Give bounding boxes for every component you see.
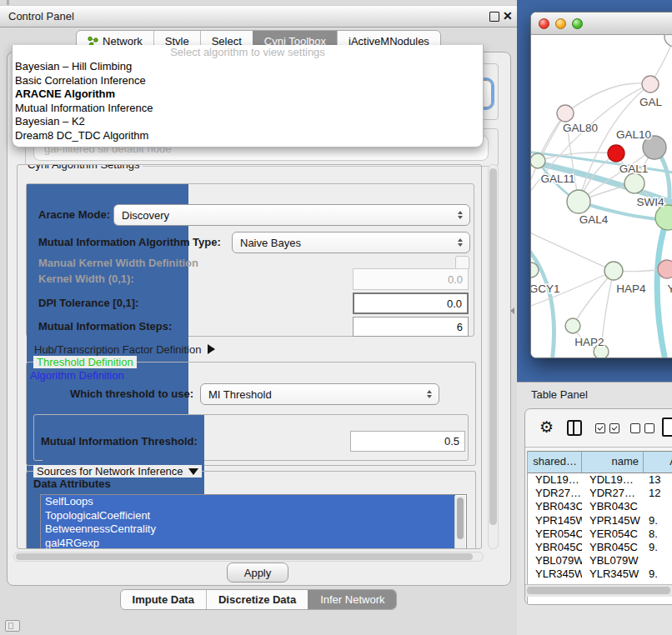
network-window-titlebar xyxy=(531,12,672,35)
column-header-name[interactable]: name xyxy=(582,452,644,472)
node-label-gal11: GAL11 xyxy=(540,172,574,185)
cell: YBL079W xyxy=(528,554,582,568)
attributes-scrollbar[interactable] xyxy=(454,496,465,549)
settings-horizontal-scrollbar-thumb[interactable] xyxy=(16,553,473,560)
close-window-button[interactable] xyxy=(539,18,549,29)
column-header-shared[interactable]: shared… xyxy=(528,452,582,472)
deselect-all-columns-icon[interactable] xyxy=(630,423,654,433)
combo-arrows-icon xyxy=(458,211,463,219)
algorithm-option-basic-correlation-inference[interactable]: Basic Correlation Inference xyxy=(13,74,483,88)
mi-steps-field[interactable]: 6 xyxy=(353,317,469,337)
hub-definition-label: Hub/Transcription Factor Definition xyxy=(34,343,201,356)
node-gal-partial[interactable] xyxy=(642,76,659,92)
mi-algorithm-type-label: Mutual Information Algorithm Type: xyxy=(38,232,221,253)
node-gal11[interactable] xyxy=(531,153,545,168)
algorithm-option-bayesian-k2[interactable]: Bayesian – K2 xyxy=(13,115,483,129)
apply-button[interactable]: Apply xyxy=(227,562,288,582)
cell: 9. xyxy=(644,568,672,581)
columns-icon[interactable] xyxy=(567,420,582,436)
settings-vertical-scrollbar-thumb[interactable] xyxy=(489,168,497,525)
node[interactable] xyxy=(664,35,672,47)
collapse-down-icon[interactable] xyxy=(188,468,198,475)
expand-right-icon xyxy=(208,344,215,354)
node-hap4[interactable] xyxy=(604,262,623,280)
cell: YPR145W xyxy=(528,514,582,528)
table-row-ybr043c[interactable]: YBR043CYBR043C xyxy=(528,500,672,513)
algorithm-definition-group: Algorithm Definition Aracne Mode: Discov… xyxy=(26,183,474,337)
kernel-width-label: Kernel Width (0,1): xyxy=(38,268,134,290)
float-window-button[interactable] xyxy=(489,12,499,22)
node-red[interactable] xyxy=(608,145,624,162)
node-gal1[interactable] xyxy=(624,173,644,193)
attributes-scrollbar-thumb[interactable] xyxy=(457,498,464,539)
node-label-gal: GAL xyxy=(639,96,663,108)
combo-arrows-icon xyxy=(427,390,432,398)
table-header-row: shared…nameA xyxy=(528,451,672,473)
table-row-ydr27[interactable]: YDR27…YDR27…12 xyxy=(528,487,672,500)
cell: YBR045C xyxy=(582,541,644,554)
node-y-partial[interactable] xyxy=(658,260,672,278)
table-toolbar: ⚙ xyxy=(525,409,672,448)
cell: 12 xyxy=(644,487,672,500)
cell: YDL19… xyxy=(582,473,644,487)
cytoscape-screen: Control Panel ✕ NetworkStyleSelectCyni T… xyxy=(0,0,672,635)
table-row-ydl19[interactable]: YDL19…YDL19…13 xyxy=(528,473,672,487)
settings-horizontal-scrollbar[interactable] xyxy=(13,552,484,562)
node-label-gal4: GAL4 xyxy=(579,213,609,226)
algorithm-option-aracne-algorithm[interactable]: ARACNE Algorithm xyxy=(13,88,483,102)
kernel-width-field[interactable]: 0.0 xyxy=(353,268,469,290)
zoom-window-button[interactable] xyxy=(572,18,583,29)
table-row-yer054c[interactable]: YER054CYER054C8. xyxy=(528,528,672,541)
node-label-hap2: HAP2 xyxy=(574,336,604,348)
gear-icon[interactable]: ⚙ xyxy=(539,418,554,438)
attribute-item-betweennesscentrality[interactable]: BetweennessCentrality xyxy=(41,522,455,537)
node-gal80[interactable] xyxy=(557,105,574,122)
node-label-hap4: HAP4 xyxy=(616,282,646,295)
mi-algorithm-type-combo[interactable]: Naive Bayes xyxy=(232,232,470,253)
sources-title-text: Sources for Network Inference xyxy=(37,465,183,478)
mi-threshold-definition-group: MI Threshold Definition Mutual Informati… xyxy=(33,414,469,461)
mi-threshold-field[interactable]: 0.5 xyxy=(350,431,465,452)
attribute-item-gal4rgexp[interactable]: gal4RGexp xyxy=(41,537,455,550)
new-table-icon[interactable] xyxy=(662,418,672,437)
tab-impute-data[interactable]: Impute Data xyxy=(121,590,206,609)
hub-definition-expander[interactable]: Hub/Transcription Factor Definition xyxy=(34,341,215,358)
mi-threshold-label: Mutual Information Threshold: xyxy=(41,431,198,452)
close-panel-button[interactable]: ✕ xyxy=(503,6,513,27)
dpi-tolerance-field[interactable]: 0.0 xyxy=(353,292,469,314)
aracne-mode-combo[interactable]: Discovery xyxy=(113,204,470,226)
algorithm-option-mutual-information-inference[interactable]: Mutual Information Inference xyxy=(13,102,483,116)
aracne-mode-value: Discovery xyxy=(122,209,169,222)
splitter-collapse-arrow-icon[interactable] xyxy=(510,308,514,314)
table-horizontal-scrollbar-thumb[interactable] xyxy=(527,587,670,594)
cell xyxy=(644,554,672,568)
collapsed-panel-icon[interactable] xyxy=(5,620,20,632)
cell: YBR043C xyxy=(582,500,644,513)
node-swi4[interactable] xyxy=(655,205,672,230)
table-horizontal-scrollbar[interactable] xyxy=(525,584,672,597)
dropdown-placeholder: Select algorithm to view settings xyxy=(13,45,483,60)
table-row-ypr145w[interactable]: YPR145WYPR145W9. xyxy=(528,514,672,528)
mi-steps-value: 6 xyxy=(457,321,463,333)
right-region: GALGAL80GAL10GAL1GAL11SWI4GAL4GCY1HAP4YH… xyxy=(517,0,672,635)
sources-group-title: Sources for Network Inference xyxy=(33,465,202,478)
tab-infer-network[interactable]: Infer Network xyxy=(308,590,396,609)
attribute-item-topologicalcoefficient[interactable]: TopologicalCoefficient xyxy=(41,509,455,523)
cell: YLR345W xyxy=(528,568,582,581)
node-hap2[interactable] xyxy=(565,318,580,333)
settings-group-title: Cyni Algorithm Settings xyxy=(24,164,143,171)
attribute-item-selfloops[interactable]: SelfLoops xyxy=(41,495,455,509)
which-threshold-combo[interactable]: MI Threshold xyxy=(200,383,439,405)
algorithm-option-bayesian-hill-climbing[interactable]: Bayesian – Hill Climbing xyxy=(13,60,483,74)
table-row-ybl079w[interactable]: YBL079WYBL079W xyxy=(528,554,672,568)
tab-discretize-data[interactable]: Discretize Data xyxy=(206,590,308,609)
minimize-window-button[interactable] xyxy=(555,18,566,29)
network-canvas[interactable]: GALGAL80GAL10GAL1GAL11SWI4GAL4GCY1HAP4YH… xyxy=(531,35,672,358)
table-row-ylr345w[interactable]: YLR345WYLR345W9. xyxy=(528,568,672,581)
select-all-columns-icon[interactable] xyxy=(595,423,619,433)
settings-vertical-scrollbar[interactable] xyxy=(488,164,499,549)
algorithm-option-dream8-dc-tdc-algorithm[interactable]: Dream8 DC_TDC Algorithm xyxy=(13,129,483,143)
node-gal4[interactable] xyxy=(567,190,590,213)
table-row-ybr045c[interactable]: YBR045CYBR045C9. xyxy=(528,541,672,554)
column-header-a[interactable]: A xyxy=(644,452,672,472)
